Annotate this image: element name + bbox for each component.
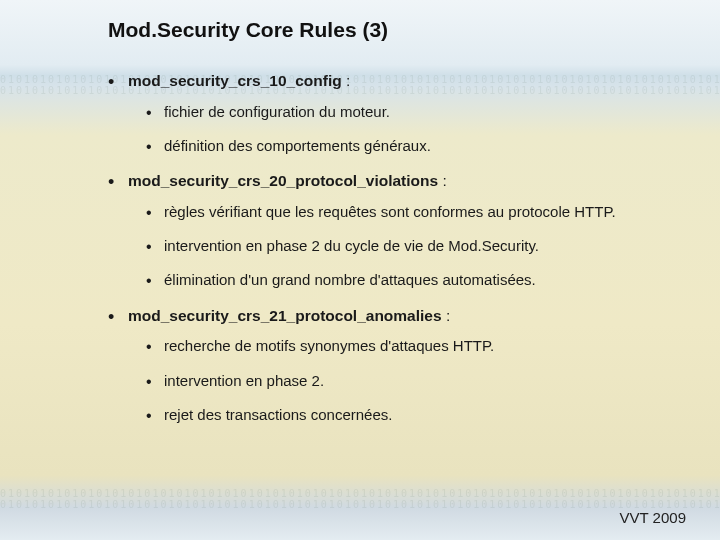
bullet-label: mod_security_crs_21_protocol_anomalies xyxy=(128,307,442,324)
sub-item: définition des comportements généraux. xyxy=(146,136,692,156)
sub-item: intervention en phase 2 du cycle de vie … xyxy=(146,236,692,256)
slide-title: Mod.Security Core Rules (3) xyxy=(108,18,692,42)
bullet-suffix: : xyxy=(438,172,447,189)
bullet-suffix: : xyxy=(342,72,351,89)
bullet-label: mod_security_crs_20_protocol_violations xyxy=(128,172,438,189)
sub-item: recherche de motifs synonymes d'attaques… xyxy=(146,336,692,356)
bullet-item: mod_security_crs_21_protocol_anomalies :… xyxy=(108,305,692,425)
bullet-list: mod_security_crs_10_config : fichier de … xyxy=(108,70,692,425)
bullet-item: mod_security_crs_10_config : fichier de … xyxy=(108,70,692,156)
bullet-label: mod_security_crs_10_config xyxy=(128,72,342,89)
sub-item: règles vérifiant que les requêtes sont c… xyxy=(146,202,692,222)
bullet-suffix: : xyxy=(442,307,451,324)
sub-item: intervention en phase 2. xyxy=(146,371,692,391)
footer-text: VVT 2009 xyxy=(620,509,686,526)
sub-list: fichier de configuration du moteur. défi… xyxy=(146,102,692,157)
sub-item: fichier de configuration du moteur. xyxy=(146,102,692,122)
bullet-item: mod_security_crs_20_protocol_violations … xyxy=(108,170,692,290)
sub-item: rejet des transactions concernées. xyxy=(146,405,692,425)
sub-list: recherche de motifs synonymes d'attaques… xyxy=(146,336,692,425)
decor-binary: 0101010101010101010101010101010101010101… xyxy=(0,488,720,510)
sub-item: élimination d'un grand nombre d'attaques… xyxy=(146,270,692,290)
slide: 0101010101010101010101010101010101010101… xyxy=(0,0,720,540)
sub-list: règles vérifiant que les requêtes sont c… xyxy=(146,202,692,291)
